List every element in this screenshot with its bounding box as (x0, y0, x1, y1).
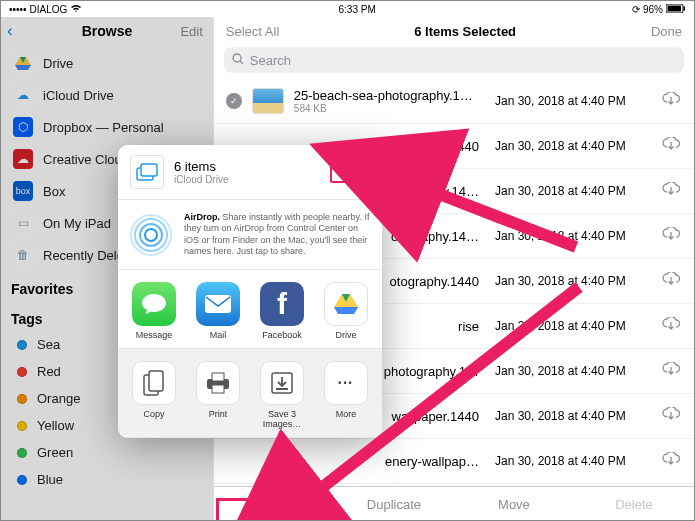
edit-button[interactable]: Edit (180, 24, 202, 39)
duplicate-button[interactable]: Duplicate (334, 487, 454, 521)
svg-rect-11 (205, 295, 231, 313)
file-name: otography.14… (384, 229, 479, 244)
facebook-icon: f (260, 282, 304, 326)
svg-point-3 (233, 54, 241, 62)
download-cloud-icon[interactable] (660, 317, 682, 335)
sidebar-item-drive[interactable]: Drive (1, 47, 213, 79)
file-thumbnail-icon (252, 88, 284, 114)
tag-dot-icon (17, 448, 27, 458)
download-cloud-icon[interactable] (660, 137, 682, 155)
download-cloud-icon[interactable] (660, 452, 682, 470)
download-cloud-icon[interactable] (660, 407, 682, 425)
tag-green[interactable]: Green (1, 439, 213, 466)
page-title: 6 Items Selected (414, 24, 516, 39)
tag-dot-icon (17, 475, 27, 485)
search-icon (232, 53, 244, 68)
tag-label: Blue (37, 472, 63, 487)
tag-label: Sea (37, 337, 60, 352)
file-date: Jan 30, 2018 at 4:40 PM (495, 364, 650, 378)
svg-rect-2 (683, 6, 685, 10)
creative-cloud-icon: ☁ (13, 149, 33, 169)
action-label: Save 3 Images… (263, 409, 302, 429)
items-title: 6 items (174, 159, 320, 174)
back-icon[interactable]: ‹ (7, 21, 13, 41)
mail-icon (196, 282, 240, 326)
more-icon: ••• (324, 361, 368, 405)
action-more[interactable]: •••More (314, 361, 378, 429)
file-row[interactable]: ✓25-beach-sea-photography.1…584 KBJan 30… (214, 79, 694, 124)
selected-check-icon[interactable]: ✓ (226, 93, 242, 109)
airdrop-text: AirDrop. Share instantly with people nea… (184, 212, 370, 257)
action-print[interactable]: Print (186, 361, 250, 429)
action-copy[interactable]: Copy (122, 361, 186, 429)
move-button[interactable]: Move (454, 487, 574, 521)
file-date: Jan 30, 2018 at 4:40 PM (495, 409, 650, 423)
svg-point-10 (131, 215, 171, 255)
svg-rect-6 (141, 164, 157, 176)
carrier-label: DIALOG (30, 4, 68, 15)
file-name: photography.1… (384, 364, 479, 379)
sidebar-item-label: On My iPad (43, 216, 111, 231)
print-icon (196, 361, 240, 405)
download-cloud-icon[interactable] (660, 272, 682, 290)
sidebar-item-dropbox[interactable]: ⬡Dropbox — Personal (1, 111, 213, 143)
file-name: otography.1440 (384, 274, 479, 289)
download-cloud-icon[interactable] (660, 92, 682, 110)
app-label: Facebook (262, 330, 302, 340)
sidebar-item-icloud[interactable]: ☁iCloud Drive (1, 79, 213, 111)
ipad-icon: ▭ (13, 213, 33, 233)
file-date: Jan 30, 2018 at 4:40 PM (495, 274, 650, 288)
sidebar-item-label: Dropbox — Personal (43, 120, 164, 135)
add-tag-button[interactable]: +Tag (330, 161, 370, 183)
action-label: More (336, 409, 357, 419)
share-app-drive[interactable]: Drive (314, 282, 378, 340)
sidebar-item-label: Drive (43, 56, 73, 71)
done-button[interactable]: Done (651, 24, 682, 39)
search-placeholder: Search (250, 53, 291, 68)
app-label: Drive (335, 330, 356, 340)
tag-label: Orange (37, 391, 80, 406)
tag-label: Green (37, 445, 73, 460)
airdrop-icon[interactable] (130, 214, 172, 256)
trash-icon: 🗑 (13, 245, 33, 265)
box-icon: box (13, 181, 33, 201)
share-app-facebook[interactable]: fFacebook (250, 282, 314, 340)
action-save-images[interactable]: Save 3 Images… (250, 361, 314, 429)
app-label: Message (136, 330, 173, 340)
clock: 6:33 PM (339, 4, 376, 15)
tag-label: Red (37, 364, 61, 379)
svg-rect-16 (212, 385, 224, 393)
svg-point-8 (140, 224, 162, 246)
select-all-button[interactable]: Select All (226, 24, 279, 39)
search-input[interactable]: Search (224, 47, 684, 73)
battery-icon (666, 4, 686, 15)
svg-rect-13 (149, 371, 163, 391)
file-row[interactable]: enery-wallpap…Jan 30, 2018 at 4:40 PM (214, 439, 694, 484)
items-stack-icon (130, 155, 164, 189)
file-name: rise (384, 319, 479, 334)
file-size: 584 KB (294, 103, 485, 114)
action-label: Copy (143, 409, 164, 419)
items-subtitle: iCloud Drive (174, 174, 320, 185)
share-app-mail[interactable]: Mail (186, 282, 250, 340)
message-icon (132, 282, 176, 326)
tag-dot-icon (17, 421, 27, 431)
save-image-icon (260, 361, 304, 405)
tag-blue[interactable]: Blue (1, 466, 213, 493)
svg-rect-1 (667, 5, 681, 11)
file-name: otography.14… (384, 184, 479, 199)
copy-icon (132, 361, 176, 405)
delete-button[interactable]: Delete (574, 487, 694, 521)
file-name: 25-beach-sea-photography.1… (294, 88, 485, 103)
cloud-icon: ☁ (13, 85, 33, 105)
download-cloud-icon[interactable] (660, 182, 682, 200)
signal-icon: ••••• (9, 4, 27, 15)
share-button[interactable]: Share (214, 487, 334, 521)
download-cloud-icon[interactable] (660, 227, 682, 245)
share-app-message[interactable]: Message (122, 282, 186, 340)
download-cloud-icon[interactable] (660, 362, 682, 380)
svg-point-7 (145, 229, 157, 241)
tag-label: Yellow (37, 418, 74, 433)
drive-icon (13, 53, 33, 73)
file-name: wallpaper.1440 (384, 409, 479, 424)
